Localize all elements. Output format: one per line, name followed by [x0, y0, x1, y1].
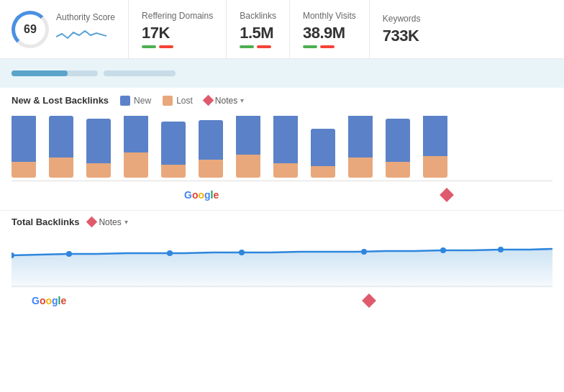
google-icon-2: Google	[32, 295, 66, 306]
bar-lost	[348, 158, 373, 178]
backlinks-indicators	[240, 45, 276, 48]
legend-lost-box	[163, 96, 173, 106]
notes-label-2: Notes	[99, 217, 121, 227]
legend-lost: Lost	[163, 96, 193, 106]
indicator-red2	[257, 45, 271, 48]
bars-container	[12, 116, 552, 181]
chart2-annotations: Google	[12, 291, 552, 311]
bar-lost	[124, 152, 148, 178]
bar-new	[12, 116, 36, 162]
chart-baseline	[12, 181, 552, 181]
bar-new	[311, 129, 335, 166]
range-fill	[12, 70, 68, 76]
bar-group	[311, 129, 335, 178]
notes-diamond-icon-2	[86, 216, 98, 228]
chart2-title: Total Backlinks	[12, 216, 79, 227]
google-icon-1: Google	[184, 189, 219, 201]
notes-label-1: Notes	[215, 96, 237, 106]
bar-group	[423, 116, 447, 178]
svg-point-2	[66, 251, 72, 257]
legend-lost-label: Lost	[176, 96, 193, 106]
bar-lost	[49, 158, 73, 178]
range-bar[interactable]	[0, 59, 564, 88]
range-track-2[interactable]	[104, 70, 176, 76]
indicator-red3	[320, 45, 335, 48]
authority-value: 69	[24, 23, 37, 36]
stat-authority: 69 Authority Score	[7, 0, 129, 58]
bar-lost	[199, 160, 223, 178]
bar-new	[124, 116, 148, 152]
keywords-value: 733K	[383, 27, 421, 45]
bar-group	[236, 116, 260, 178]
bar-lost	[236, 155, 260, 178]
stat-backlinks: Backlinks 1.5M	[227, 0, 290, 58]
monthly-label: Monthly Visits	[303, 11, 356, 21]
authority-wave	[56, 27, 106, 44]
bar-group	[12, 116, 36, 178]
bar-lost	[386, 162, 410, 178]
bar-new	[199, 120, 223, 160]
bar-new	[386, 119, 410, 162]
svg-point-4	[239, 250, 245, 255]
range-track-1[interactable]	[12, 70, 98, 76]
bar-new	[236, 116, 260, 155]
bar-lost	[86, 163, 111, 178]
notes-button-2[interactable]: Notes ▾	[88, 217, 127, 227]
bar-group	[86, 119, 111, 178]
backlinks-value: 1.5M	[240, 24, 276, 42]
bar-group	[199, 120, 223, 178]
chart2-header: Total Backlinks Notes ▾	[0, 211, 564, 230]
bar-group	[124, 116, 148, 178]
monthly-indicators	[303, 45, 356, 48]
stats-bar: 69 Authority Score Reffering Domains 17K…	[0, 0, 564, 59]
chart1-header: New & Lost Backlinks New Lost Notes ▾	[0, 88, 564, 110]
chart1-area: Google	[0, 110, 564, 211]
svg-point-3	[167, 250, 173, 256]
bar-lost	[423, 156, 447, 178]
bar-lost	[311, 166, 335, 178]
bar-group	[273, 116, 298, 178]
referring-label: Reffering Domains	[142, 11, 213, 21]
chevron-down-icon-2: ▾	[124, 218, 128, 226]
svg-point-6	[440, 247, 446, 253]
keywords-label: Keywords	[383, 14, 421, 24]
indicator-green2	[240, 45, 254, 48]
chart1-title: New & Lost Backlinks	[12, 95, 109, 106]
bar-group	[386, 119, 410, 178]
indicator-green	[142, 45, 156, 48]
bar-new	[86, 119, 111, 163]
stat-monthly: Monthly Visits 38.9M	[290, 0, 370, 58]
line-chart	[12, 230, 552, 288]
diamond-marker-1	[440, 188, 454, 202]
stat-keywords: Keywords 733K	[370, 0, 434, 58]
chart1-annotations: Google	[12, 184, 552, 206]
chevron-down-icon-1: ▾	[240, 96, 244, 104]
bar-new	[423, 116, 447, 156]
notes-button-1[interactable]: Notes ▾	[204, 96, 244, 106]
legend-new-label: New	[134, 96, 151, 106]
stat-referring: Reffering Domains 17K	[129, 0, 227, 58]
authority-label: Authority Score	[56, 12, 115, 22]
legend-new-box	[120, 96, 130, 106]
bar-new	[49, 116, 73, 158]
backlinks-label: Backlinks	[240, 11, 276, 21]
bar-lost	[161, 165, 186, 178]
bar-new	[348, 116, 373, 158]
svg-point-5	[361, 249, 367, 255]
bar-new	[273, 116, 298, 163]
bar-lost	[273, 163, 298, 178]
referring-indicators	[142, 45, 213, 48]
legend-new: New	[120, 96, 151, 106]
bar-new	[161, 122, 186, 165]
bar-group	[49, 116, 73, 178]
chart2-area: Google	[0, 230, 564, 309]
bar-group	[161, 122, 186, 178]
bar-group	[348, 116, 373, 178]
monthly-value: 38.9M	[303, 24, 356, 42]
indicator-red	[159, 45, 173, 48]
authority-circle: 69	[12, 11, 49, 48]
diamond-marker-2	[362, 293, 376, 308]
bar-lost	[12, 162, 36, 178]
svg-point-7	[498, 247, 504, 252]
notes-diamond-icon	[203, 95, 214, 106]
